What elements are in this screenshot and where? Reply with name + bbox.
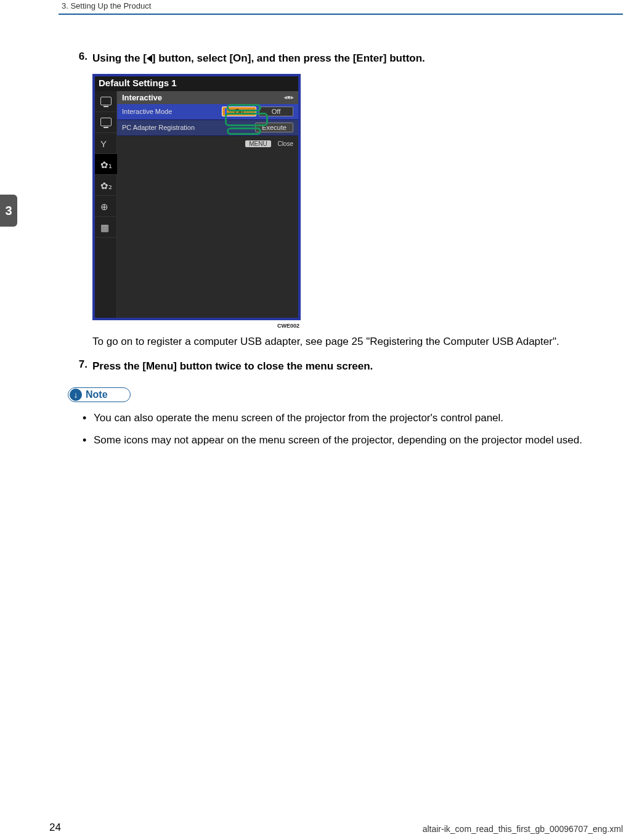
osd-panel: Default Settings 1 Y ✿₁ ✿₂ ⊕ ▦ Interacti… [92,74,301,320]
option-execute: Execute [255,123,293,132]
osd-sidebar: Y ✿₁ ✿₂ ⊕ ▦ [95,91,117,318]
osd-row-pc-adapter: PC Adapter Registration Execute [117,120,298,136]
note-label: Note [86,389,108,400]
gear1-icon: ✿₁ [95,154,117,175]
step6-followup: To go on to register a computer USB adap… [92,334,589,350]
note-list: You can also operate the menu screen of … [83,410,589,448]
step-number: 6. [68,50,92,67]
display-icon: ▦ [95,217,117,238]
step-7: 7. Press the [Menu] button twice to clos… [68,358,589,374]
page-number: 24 [49,822,61,834]
menu-button-label: MENU [245,140,270,147]
page-content: 6. Using the [] button, select [On], and… [68,50,589,453]
row-label: Interactive Mode [122,108,219,115]
gear2-icon: ✿₂ [95,175,117,196]
list-item: You can also operate the menu screen of … [83,410,589,426]
image-code: CWE002 [92,323,301,329]
running-header: 3. Setting Up the Product [62,1,151,10]
down-arrow-icon: ↓ [70,389,82,401]
step6-part-b: ] button, select [On], and then press th… [152,52,425,64]
left-arrow-icon [147,55,152,62]
osd-section-label: Interactive [122,93,162,102]
osd-section-header: Interactive ◂ ■ ▸ [117,91,298,104]
osd-footer: MENU Close [245,140,293,147]
list-item: Some icons may not appear on the menu sc… [83,432,589,448]
monitor-icon [95,91,117,112]
step6-part-a: Using the [ [92,52,147,64]
option-off: Off [259,107,293,116]
monitor-settings-icon [95,112,117,133]
row-label: PC Adapter Registration [122,124,253,131]
note-badge: ↓ Note [68,387,131,402]
step-text: Press the [Menu] button twice to close t… [92,358,589,374]
close-label: Close [277,140,293,147]
osd-title: Default Settings 1 [99,78,177,88]
osd-screenshot: Default Settings 1 Y ✿₁ ✿₂ ⊕ ▦ Interacti… [92,74,301,329]
step-number: 7. [68,358,92,374]
nav-arrows-icon: ◂ ■ ▸ [284,94,293,100]
source-filename: altair-ik_com_read_this_first_gb_0009670… [423,824,623,834]
network-icon: ⊕ [95,196,117,217]
option-on: On [222,107,256,116]
osd-main: Interactive ◂ ■ ▸ Interactive Mode On Of… [117,91,298,318]
step-text: Using the [] button, select [On], and th… [92,50,589,67]
osd-row-interactive-mode: Interactive Mode On Off [117,104,298,120]
chapter-tab: 3 [0,195,17,227]
header-rule [59,14,623,15]
step-6: 6. Using the [] button, select [On], and… [68,50,589,67]
input-icon: Y [95,133,117,154]
